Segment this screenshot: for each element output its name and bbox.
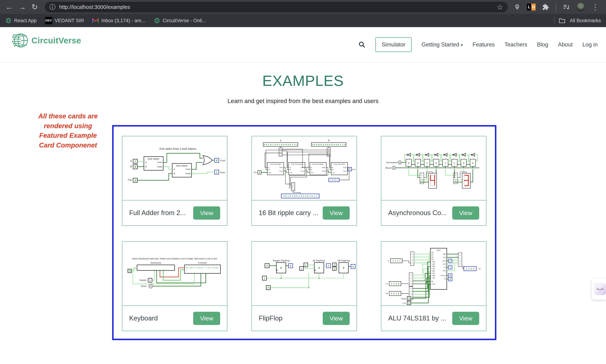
svg-text:~Cn+4: ~Cn+4 — [440, 275, 446, 276]
reset-button — [149, 284, 153, 288]
svg-text:4:8: 4:8 — [292, 185, 294, 186]
svg-text:0:1: 0:1 — [455, 174, 457, 176]
svg-text:~F2: ~F2 — [443, 270, 446, 272]
increment-button — [398, 161, 402, 164]
bookmark-star-icon[interactable]: ☆ — [497, 3, 503, 11]
svg-text:0: 0 — [352, 265, 354, 268]
svg-text:A: A — [130, 160, 132, 162]
site-info-icon[interactable]: ⓘ — [49, 3, 55, 11]
svg-text:Sum: Sum — [186, 172, 190, 175]
view-button[interactable]: View — [193, 206, 220, 220]
address-bar[interactable]: ⓘ http://localhost:3000/examples ☆ — [45, 2, 508, 12]
splitter-a: 0:4 4:8 8:12 12:16 — [279, 148, 282, 156]
reload-icon[interactable]: ↻ — [31, 3, 38, 11]
svg-text:~A3: ~A3 — [431, 263, 435, 265]
svg-text:2:3: 2:3 — [455, 179, 457, 180]
svg-text:0: 0 — [417, 162, 418, 165]
svg-text:Reset: Reset — [386, 167, 392, 169]
svg-text:3:4: 3:4 — [410, 283, 412, 285]
svg-text:Cout: Cout — [343, 170, 347, 172]
dev-icon: DEV — [45, 17, 52, 24]
location-pin-icon[interactable] — [514, 4, 520, 10]
bookmark-circuitverse[interactable]: CircuitVerse - Onli... — [154, 17, 206, 24]
svg-text:Keyboard: Keyboard — [151, 261, 161, 264]
svg-text:B: B — [145, 166, 147, 168]
svg-text:B: B — [130, 165, 132, 168]
kawaii-face-icon: >ᴗ< — [594, 283, 606, 295]
extensions-puzzle-icon[interactable] — [542, 4, 549, 11]
svg-text:Cout: Cout — [220, 159, 225, 162]
example-card-full-adder: Full adder from 2 half Adders A 1 B 0 Ci… — [122, 136, 227, 226]
view-button[interactable]: View — [323, 312, 350, 325]
svg-text:M: M — [431, 281, 433, 283]
example-card-ripple-carry: A 0 0 1 0 1 0 0 1 0 0 0 0 0 1 0 1 B 0 0 … — [251, 136, 357, 226]
svg-text:0: 0 — [449, 260, 451, 262]
svg-text:0 0 1 0: 0 0 1 0 — [391, 292, 399, 295]
svg-text:0: 0 — [449, 274, 451, 277]
nav-about[interactable]: About — [558, 41, 573, 48]
all-bookmarks-button[interactable]: All Bookmarks — [570, 18, 601, 24]
page-subtitle: Learn and get inspired from the best exa… — [0, 98, 606, 104]
svg-text:Toggle FlipFlop: Toggle FlipFlop — [273, 259, 290, 262]
svg-text:Cin: Cin — [268, 172, 271, 173]
chevron-down-icon: ▾ — [461, 43, 463, 47]
svg-text:A: A — [311, 167, 312, 168]
svg-text:1: 1 — [334, 268, 335, 270]
svg-text:1: 1 — [334, 264, 335, 266]
svg-text:A: A — [289, 167, 291, 168]
profile-avatar[interactable] — [576, 3, 585, 11]
view-button[interactable]: View — [452, 206, 479, 220]
bookmark-inbox[interactable]: Inbox (3,174) - am... — [92, 18, 145, 24]
svg-text:4:8: 4:8 — [280, 151, 282, 152]
svg-text:~G: ~G — [443, 278, 446, 280]
back-icon[interactable]: ← — [5, 3, 13, 11]
svg-text:~A1: ~A1 — [431, 272, 435, 274]
card-title: 16 Bit ripple carry ... — [259, 209, 318, 217]
svg-text:SR FlipFlop: SR FlipFlop — [337, 259, 350, 262]
url-text[interactable]: http://localhost:3000/examples — [59, 4, 497, 10]
svg-text:Sum: Sum — [279, 167, 283, 168]
nav-login[interactable]: Log in — [582, 41, 598, 48]
svg-text:0 0 1 0 1 0 0 1 0 0 0 0 1 0 1: 0 0 1 0 1 0 0 1 0 0 0 0 1 0 1 1 — [283, 195, 317, 197]
reset-button — [392, 166, 396, 170]
bookmark-vedant-sir[interactable]: DEV VEDANT SIR — [45, 17, 84, 24]
side-panel-widget[interactable]: >ᴗ< — [592, 278, 606, 300]
svg-text:0: 0 — [135, 166, 136, 169]
svg-text:1: 1 — [449, 266, 451, 269]
svg-text:Cout: Cout — [157, 161, 162, 164]
svg-text:Select Keyboard and type. Make: Select Keyboard and type. Make sure Enab… — [132, 258, 217, 260]
circuitverse-logo[interactable]: CircuitVerse — [12, 32, 81, 49]
svg-text:0: 0 — [408, 162, 409, 165]
example-card-flipflop: Toggle FlipFlop 0 0 JK FlipFlop 0 1 1 — [251, 241, 357, 331]
bookmark-react-app[interactable]: React App — [5, 17, 37, 24]
svg-text:1 1 1 1: 1 1 1 1 — [392, 260, 401, 262]
svg-text:0: 0 — [349, 168, 350, 170]
svg-text:Mode: Mode — [401, 298, 406, 300]
svg-text:S: S — [388, 260, 389, 262]
nav-features[interactable]: Features — [472, 41, 495, 48]
media-controls-icon[interactable] — [563, 3, 570, 11]
svg-text:3:4: 3:4 — [455, 181, 457, 182]
search-icon[interactable] — [358, 41, 366, 48]
svg-text:2:3: 2:3 — [410, 280, 412, 282]
svg-text:A=B: A=B — [442, 260, 446, 262]
svg-text:ALU: ALU — [436, 249, 441, 251]
svg-text:1 1 0 0: 1 1 0 0 — [466, 268, 474, 270]
browser-menu-icon[interactable]: ⋮ — [592, 3, 599, 11]
svg-text:~A0: ~A0 — [431, 277, 435, 279]
forward-icon[interactable]: → — [18, 3, 26, 11]
nav-simulator-button[interactable]: Simulator — [375, 37, 412, 52]
view-button[interactable]: View — [323, 206, 350, 220]
svg-text:~A: ~A — [385, 283, 388, 285]
svg-text:A: A — [332, 167, 333, 168]
nav-getting-started[interactable]: Getting Started ▾ — [421, 41, 463, 48]
nav-blog[interactable]: Blog — [537, 41, 548, 48]
splitter-s: 0:1 1:2 2:3 3:4 — [410, 252, 414, 265]
view-button[interactable]: View — [193, 312, 220, 325]
nav-teachers[interactable]: Teachers — [505, 41, 527, 48]
svg-text:A: A — [173, 168, 175, 170]
extension-lh-icon[interactable]: LH — [527, 4, 536, 11]
view-button[interactable]: View — [452, 312, 479, 325]
seven-segment-right — [462, 173, 470, 188]
svg-text:~F3: ~F3 — [443, 263, 446, 265]
